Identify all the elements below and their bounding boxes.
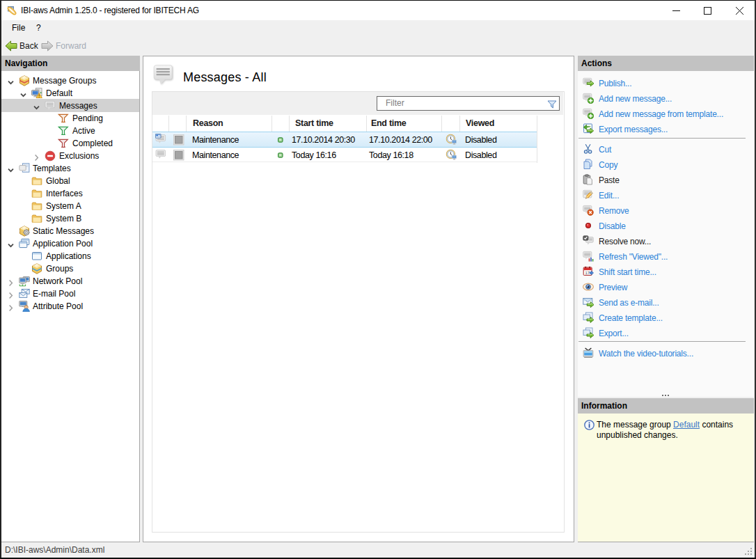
svg-text:17: 17 — [585, 271, 590, 275]
